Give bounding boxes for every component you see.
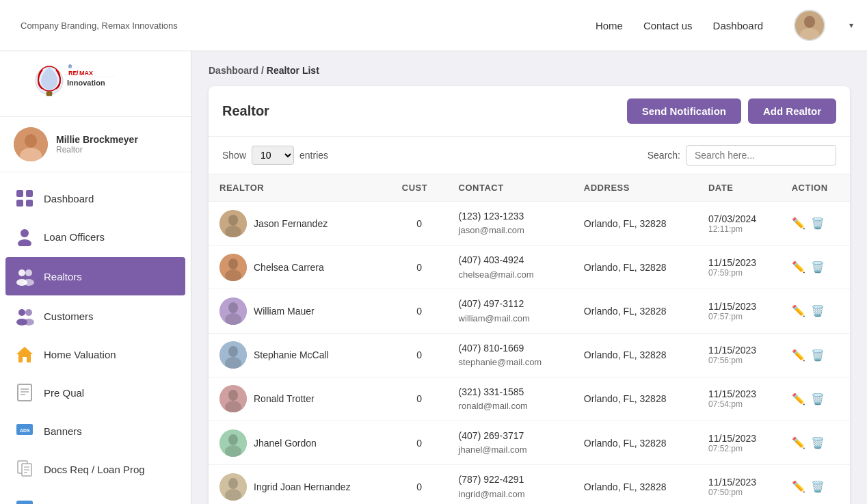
delete-button[interactable]: 🗑️ xyxy=(811,217,825,230)
contact-cell: (123) 123-1233 jason@mail.com xyxy=(448,202,573,246)
svg-point-13 xyxy=(25,134,37,148)
contact-email: jhanel@mail.com xyxy=(459,443,562,457)
realtor-avatar xyxy=(219,297,247,325)
realtor-name-cell: William Mauer xyxy=(209,289,391,333)
col-action: ACTION xyxy=(781,174,850,202)
realtor-name: Jason Fernandez xyxy=(254,218,328,229)
edit-button[interactable]: ✏️ xyxy=(792,261,805,274)
edit-button[interactable]: ✏️ xyxy=(792,304,805,317)
date-value: 11/15/2023 xyxy=(708,433,770,444)
sidebar-label-loan-officers: Loan Officers xyxy=(44,231,105,243)
nav-contact[interactable]: Contact us xyxy=(643,20,693,31)
sidebar-label-message: Message xyxy=(44,502,85,505)
address-cell: Orlando, FL, 32828 xyxy=(573,202,697,246)
entries-select[interactable]: 10 25 50 100 xyxy=(252,146,294,165)
svg-rect-17 xyxy=(16,200,23,207)
svg-point-1 xyxy=(804,16,815,28)
card-header: Realtor Send Notification Add Realtor xyxy=(209,86,850,137)
realtors-table: REALTOR CUST CONTACT ADDRESS DATE ACTION xyxy=(209,174,850,504)
sidebar-user-info: Millie Brockmeyer Realtor xyxy=(56,134,138,155)
delete-button[interactable]: 🗑️ xyxy=(811,436,825,449)
contact-email: stephanie@mail.com xyxy=(459,356,562,370)
table-row: Ronald Trotter 0 (321) 331-1585 ronald@m… xyxy=(209,377,850,421)
realtors-icon xyxy=(14,265,36,287)
add-realtor-button[interactable]: Add Realtor xyxy=(748,98,836,124)
sidebar-item-message[interactable]: Message xyxy=(0,488,191,504)
sidebar-item-loan-officers[interactable]: Loan Officers xyxy=(0,217,191,256)
dropdown-arrow[interactable]: ▾ xyxy=(849,21,853,30)
sidebar-label-docs-req: Docs Req / Loan Prog xyxy=(44,464,145,475)
time-value: 07:54:pm xyxy=(708,399,770,409)
edit-button[interactable]: ✏️ xyxy=(792,217,805,230)
nav-dashboard[interactable]: Dashboard xyxy=(713,20,763,31)
delete-button[interactable]: 🗑️ xyxy=(811,304,825,317)
table-row: William Mauer 0 (407) 497-3112 william@m… xyxy=(209,289,850,333)
svg-marker-29 xyxy=(16,347,33,362)
sidebar-item-home-valuation[interactable]: Home Valuation xyxy=(0,335,191,373)
realtor-name: William Mauer xyxy=(254,306,315,317)
svg-rect-16 xyxy=(26,190,33,197)
delete-button[interactable]: 🗑️ xyxy=(811,261,825,274)
date-value: 11/15/2023 xyxy=(708,345,770,356)
address-cell: Orlando, FL, 32828 xyxy=(573,333,697,377)
col-address: ADDRESS xyxy=(573,174,697,202)
action-cell: ✏️ 🗑️ xyxy=(781,465,850,504)
contact-cell: (407) 269-3717 jhanel@mail.com xyxy=(448,421,573,464)
realtor-name: Ingrid Joan Hernandez xyxy=(254,481,351,492)
entries-label: entries xyxy=(299,150,328,161)
sidebar: RE / MAX ® Innovation Millie Brockmeye xyxy=(0,51,191,504)
realtor-avatar xyxy=(219,341,247,369)
svg-point-21 xyxy=(18,269,25,276)
sidebar-item-customers[interactable]: Customers xyxy=(0,297,191,335)
realtor-name-cell: Ingrid Joan Hernandez xyxy=(209,465,391,504)
time-value: 07:56:pm xyxy=(708,356,770,365)
sidebar-label-realtors: Realtors xyxy=(44,271,82,282)
send-notification-button[interactable]: Send Notification xyxy=(627,98,741,124)
main-layout: RE / MAX ® Innovation Millie Brockmeye xyxy=(0,51,867,504)
sidebar-label-customers: Customers xyxy=(44,310,94,322)
action-cell: ✏️ 🗑️ xyxy=(781,202,850,246)
sidebar-item-banners[interactable]: ADS Banners xyxy=(0,412,191,450)
user-avatar[interactable] xyxy=(794,10,825,41)
svg-point-47 xyxy=(228,215,238,226)
breadcrumb-base: Dashboard xyxy=(209,65,258,76)
sidebar-item-dashboard[interactable]: Dashboard xyxy=(0,179,191,217)
search-input[interactable] xyxy=(686,145,836,165)
date-value: 11/15/2023 xyxy=(708,301,770,312)
edit-button[interactable]: ✏️ xyxy=(792,393,805,406)
delete-button[interactable]: 🗑️ xyxy=(811,393,825,406)
sidebar-item-realtors[interactable]: Realtors xyxy=(5,257,185,295)
card-actions: Send Notification Add Realtor xyxy=(627,98,836,124)
col-realtor: REALTOR xyxy=(209,174,391,202)
sidebar-user-name: Millie Brockmeyer xyxy=(56,134,138,145)
svg-text:®: ® xyxy=(68,64,72,69)
delete-button[interactable]: 🗑️ xyxy=(811,349,825,362)
table-row: Jason Fernandez 0 (123) 123-1233 jason@m… xyxy=(209,202,850,246)
sidebar-item-pre-qual[interactable]: Pre Qual xyxy=(0,373,191,412)
contact-phone: (123) 123-1233 xyxy=(459,209,562,224)
edit-button[interactable]: ✏️ xyxy=(792,349,805,362)
date-cell: 11/15/2023 07:56:pm xyxy=(697,333,781,377)
edit-button[interactable]: ✏️ xyxy=(792,436,805,449)
nav-home[interactable]: Home xyxy=(596,20,623,31)
home-valuation-icon xyxy=(14,343,36,365)
realtor-name-cell: Jhanel Gordon xyxy=(209,421,391,464)
date-cell: 11/15/2023 07:52:pm xyxy=(697,421,781,464)
delete-button[interactable]: 🗑️ xyxy=(811,480,825,493)
time-value: 12:11:pm xyxy=(708,224,770,234)
date-value: 11/15/2023 xyxy=(708,257,770,268)
realtor-avatar xyxy=(219,473,247,501)
cust-cell: 0 xyxy=(391,289,448,333)
svg-rect-41 xyxy=(16,501,33,504)
cust-cell: 0 xyxy=(391,465,448,504)
cust-cell: 0 xyxy=(391,202,448,246)
edit-button[interactable]: ✏️ xyxy=(792,480,805,493)
realtor-name: Jhanel Gordon xyxy=(254,438,317,449)
svg-point-59 xyxy=(228,390,238,401)
svg-rect-5 xyxy=(46,92,52,96)
cust-cell: 0 xyxy=(391,377,448,421)
col-cust: CUST xyxy=(391,174,448,202)
date-cell: 11/15/2023 07:57:pm xyxy=(697,289,781,333)
docs-req-icon xyxy=(14,458,36,480)
sidebar-item-docs-req[interactable]: Docs Req / Loan Prog xyxy=(0,450,191,488)
